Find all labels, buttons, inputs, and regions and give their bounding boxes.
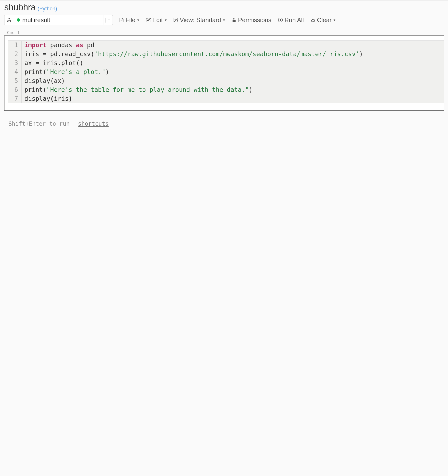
cluster-name: multiresult xyxy=(22,17,100,24)
cell-container: Cmd 1 1import pandas as pd2iris = pd.rea… xyxy=(4,30,444,111)
code-line[interactable]: 4print("Here's a plot.") xyxy=(8,68,444,76)
code-content[interactable]: print("Here's a plot.") xyxy=(22,68,109,76)
chevron-down-icon xyxy=(107,18,111,22)
cluster-dropdown-button[interactable]: | xyxy=(103,15,113,25)
view-label: View: Standard xyxy=(180,17,221,24)
code-line[interactable]: 2iris = pd.read_csv('https://raw.githubu… xyxy=(8,50,444,58)
file-icon xyxy=(119,17,124,23)
edit-menu[interactable]: Edit ▾ xyxy=(145,15,167,25)
code-line[interactable]: 3ax = iris.plot() xyxy=(8,58,444,68)
toolbar: multiresult | File ▾ Edit xyxy=(0,13,448,27)
caret-down-icon: ▾ xyxy=(333,18,335,22)
edit-label: Edit xyxy=(152,17,163,24)
image-icon xyxy=(173,17,178,23)
code-cell[interactable]: 1import pandas as pd2iris = pd.read_csv(… xyxy=(4,35,444,111)
line-number: 1 xyxy=(8,41,22,50)
line-number: 7 xyxy=(8,94,22,103)
divider-icon: | xyxy=(105,17,106,23)
notebook-language: (Python) xyxy=(38,6,57,12)
file-menu[interactable]: File ▾ xyxy=(118,15,140,25)
code-line[interactable]: 6print("Here's the table for me to play … xyxy=(8,85,444,94)
cell-label: Cmd 1 xyxy=(7,30,444,35)
code-line[interactable]: 1import pandas as pd xyxy=(8,41,444,50)
code-content[interactable]: display(iris) xyxy=(22,94,72,103)
shortcuts-link[interactable]: shortcuts xyxy=(78,120,109,127)
code-content[interactable]: print("Here's the table for me to play a… xyxy=(22,85,253,94)
caret-down-icon: ▾ xyxy=(223,18,225,22)
svg-point-6 xyxy=(175,19,175,19)
line-number: 2 xyxy=(8,50,22,58)
svg-rect-7 xyxy=(232,20,235,22)
status-dot-icon xyxy=(17,18,20,22)
code-content[interactable]: ax = iris.plot() xyxy=(22,58,83,68)
eraser-icon xyxy=(310,17,316,23)
code-content[interactable]: import pandas as pd xyxy=(22,41,94,50)
cluster-picker-main[interactable]: multiresult xyxy=(14,15,103,25)
code-editor[interactable]: 1import pandas as pd2iris = pd.read_csv(… xyxy=(8,40,444,103)
edit-icon xyxy=(146,17,151,23)
run-hint: Shift+Enter to run xyxy=(8,120,69,127)
run-all-button[interactable]: Run All xyxy=(277,15,304,25)
permissions-button[interactable]: Permissions xyxy=(231,15,272,25)
notebook-title: shubhra xyxy=(4,2,36,12)
clear-menu[interactable]: Clear ▾ xyxy=(310,15,336,25)
permissions-label: Permissions xyxy=(238,17,271,24)
play-circle-icon xyxy=(278,17,283,23)
code-line[interactable]: 7display(iris) xyxy=(8,94,444,103)
header: shubhra (Python) xyxy=(0,0,448,13)
run-all-label: Run All xyxy=(284,17,304,24)
line-number: 5 xyxy=(8,76,22,85)
line-number: 6 xyxy=(8,85,22,94)
code-content[interactable]: iris = pd.read_csv('https://raw.githubus… xyxy=(22,50,363,58)
line-number: 3 xyxy=(8,58,22,68)
footer-hint: Shift+Enter to run shortcuts xyxy=(8,120,448,127)
caret-down-icon: ▾ xyxy=(165,18,167,22)
view-menu[interactable]: View: Standard ▾ xyxy=(173,15,225,25)
svg-marker-9 xyxy=(280,19,281,21)
clear-label: Clear xyxy=(317,17,332,24)
code-content[interactable]: display(ax) xyxy=(22,76,65,85)
file-label: File xyxy=(126,17,135,24)
sitemap-icon[interactable] xyxy=(5,15,14,25)
cluster-picker[interactable]: multiresult | xyxy=(4,15,113,25)
svg-rect-0 xyxy=(8,18,10,19)
svg-rect-1 xyxy=(7,21,8,22)
svg-rect-2 xyxy=(10,21,11,22)
line-number: 4 xyxy=(8,68,22,76)
lock-icon xyxy=(231,17,237,23)
caret-down-icon: ▾ xyxy=(137,18,139,22)
code-line[interactable]: 5display(ax) xyxy=(8,76,444,85)
